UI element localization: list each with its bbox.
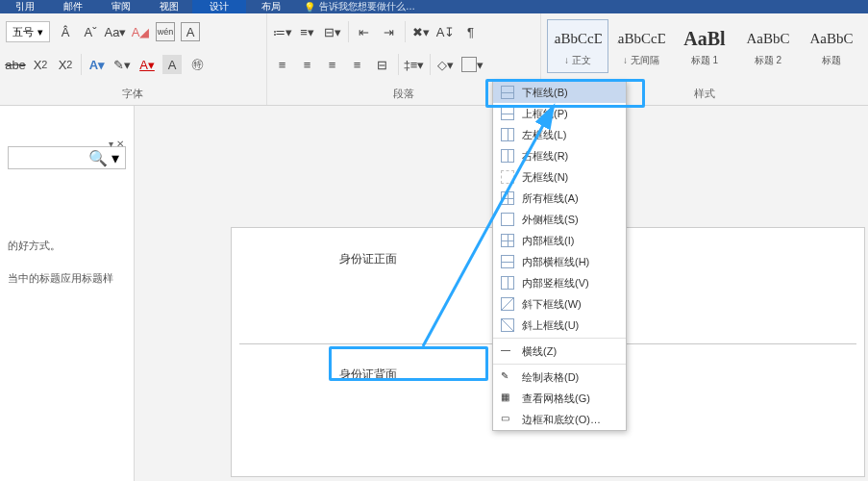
annotation-arrow-icon [327,96,567,366]
tab-ref[interactable]: 引用 [2,0,48,13]
bulb-icon: 💡 [304,2,315,13]
text-effects-icon[interactable]: A▾ [87,55,107,74]
superscript-icon[interactable]: X2 [56,55,75,74]
show-marks-icon[interactable]: ¶ [461,22,481,41]
char-border-icon[interactable]: A [181,22,200,41]
annotation-highlight-bottom [329,346,488,381]
style-1[interactable]: AaBbCcDd↓ 无间隔 [610,19,672,73]
nav-pane-close-icon[interactable]: ▾ ✕ [109,139,124,149]
strikethrough-icon[interactable]: abe [6,55,25,74]
multilevel-icon[interactable]: ⊟▾ [323,22,342,41]
title-bar: 引用 邮件 审阅 视图 设计 布局 💡 告诉我您想要做什么… [0,0,868,13]
font-color-icon[interactable]: A▾ [137,55,157,74]
shrink-font-icon[interactable]: Aˇ [81,22,100,41]
tab-layout[interactable]: 布局 [248,0,294,13]
menu-item-label: 查看网格线(G) [522,392,590,406]
tell-me-box[interactable]: 💡 告诉我您想要做什么… [304,0,415,13]
numbering-icon[interactable]: ≡▾ [298,22,317,41]
tab-design-active[interactable]: 设计 [192,0,246,13]
align-left-icon[interactable]: ≡ [273,55,292,74]
char-shading-icon[interactable]: A [162,55,182,74]
line-spacing-icon[interactable]: ‡≡▾ [405,55,424,74]
font-group-label: 字体 [0,87,266,101]
indent-dec-icon[interactable]: ⇤ [355,22,374,41]
search-icon: 🔍 [88,149,108,167]
ribbon-group-font: 五号▾ Â Aˇ Aa▾ A◢ wén A abe X2 X2 A▾ ✎▾ A… [0,13,266,105]
ribbon: 五号▾ Â Aˇ Aa▾ A◢ wén A abe X2 X2 A▾ ✎▾ A… [0,13,868,106]
tab-review[interactable]: 审阅 [98,0,144,13]
tell-me-text: 告诉我您想要做什么… [319,0,415,13]
shading-icon[interactable]: ◇▾ [436,55,456,74]
align-right-icon[interactable]: ≡ [323,55,342,74]
navigation-pane: ▾ ✕ 🔍▾ 的好方式。 当中的标题应用标题样 [0,106,135,481]
menu-item-label: 边框和底纹(O)… [522,413,601,427]
change-case-icon[interactable]: Aa▾ [106,22,125,41]
nav-search-input[interactable]: 🔍▾ [8,146,126,169]
border-menu-item-grid[interactable]: ▦查看网格线(G) [493,388,626,409]
grow-font-icon[interactable]: Â [56,22,75,41]
style-4[interactable]: AaBbC标题 [801,19,862,73]
highlight-icon[interactable]: ✎▾ [112,55,132,74]
align-center-icon[interactable]: ≡ [298,55,317,74]
style-0[interactable]: AaBbCcDd↓ 正文 [547,19,608,73]
clear-format-icon[interactable]: A◢ [131,22,150,41]
tab-view[interactable]: 视图 [146,0,192,13]
enclose-char-icon[interactable]: ㊕ [187,55,207,74]
nav-pane-body: 的好方式。 当中的标题应用标题样 [8,237,126,289]
sort-icon[interactable]: A↧ [436,22,456,41]
asian-layout-icon[interactable]: ✖▾ [411,22,431,41]
style-2[interactable]: AaBl标题 1 [674,19,735,73]
annotation-highlight-top [485,79,645,108]
font-size-combo[interactable]: 五号▾ [6,21,50,42]
style-3[interactable]: AaBbC标题 2 [737,19,799,73]
bullets-icon[interactable]: ≔▾ [273,22,292,41]
border-menu-item-dlg[interactable]: ▭边框和底纹(O)… [493,409,626,430]
align-justify-icon[interactable]: ≡ [348,55,367,74]
phonetic-guide-icon[interactable]: wén [156,22,175,41]
svg-line-0 [423,106,554,346]
menu-item-label: 绘制表格(D) [522,370,579,385]
tab-mail[interactable]: 邮件 [50,0,96,13]
distribute-icon[interactable]: ⊟ [373,55,392,74]
border-menu-item-draw[interactable]: ✎绘制表格(D) [493,367,626,388]
indent-inc-icon[interactable]: ⇥ [380,22,399,41]
borders-button-icon[interactable]: ▾ [461,57,477,72]
subscript-icon[interactable]: X2 [31,55,50,74]
